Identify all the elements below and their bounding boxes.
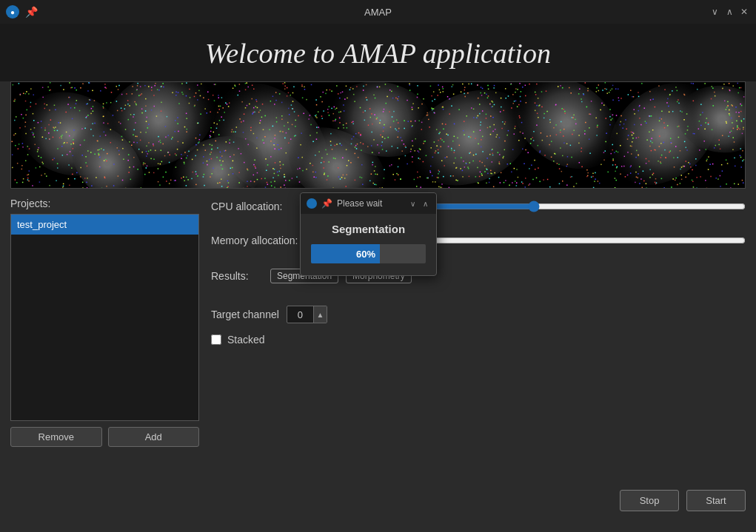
remove-button[interactable]: Remove bbox=[10, 427, 102, 447]
add-button[interactable]: Add bbox=[108, 427, 200, 447]
popup-titlebar: 📌 Please wait ∨ ∧ bbox=[301, 193, 436, 214]
projects-list[interactable]: test_project bbox=[10, 214, 199, 421]
results-label: Results: bbox=[211, 270, 263, 282]
maximize-button[interactable]: ∧ bbox=[723, 6, 735, 18]
banner-image bbox=[10, 81, 746, 189]
target-row: Target channel 0 ▲ bbox=[211, 306, 746, 323]
stop-button[interactable]: Stop bbox=[620, 490, 679, 511]
projects-label: Projects: bbox=[10, 198, 199, 209]
progress-label: 60% bbox=[356, 249, 375, 260]
results-row: Results: Segmentation Morphometry bbox=[211, 269, 746, 283]
popup-controls: ∨ ∧ bbox=[407, 198, 430, 209]
progress-bar-container: 60% bbox=[311, 244, 426, 263]
popup-content: Segmentation 60% bbox=[301, 214, 436, 275]
memory-row: Memory allocation: bbox=[211, 235, 746, 246]
app-icon: ● bbox=[6, 5, 19, 18]
projects-panel: Projects: test_project Remove Add bbox=[10, 198, 199, 447]
popup-heading: Segmentation bbox=[311, 223, 426, 235]
popup: 📌 Please wait ∨ ∧ Segmentation 60% bbox=[300, 192, 437, 276]
close-button[interactable]: ✕ bbox=[738, 6, 750, 18]
target-label: Target channel bbox=[211, 309, 279, 320]
progress-bar: 60% bbox=[311, 244, 380, 263]
spinner-up-button[interactable]: ▲ bbox=[313, 306, 327, 323]
projects-buttons: Remove Add bbox=[10, 427, 199, 447]
target-spinner: 0 ▲ bbox=[287, 306, 327, 323]
popup-app-icon bbox=[307, 198, 317, 209]
popup-minimize-button[interactable]: ∨ bbox=[407, 198, 418, 209]
project-item[interactable]: test_project bbox=[11, 215, 198, 235]
minimize-button[interactable]: ∨ bbox=[709, 6, 720, 18]
bottom-buttons: Stop Start bbox=[620, 490, 746, 511]
pin-icon[interactable]: 📌 bbox=[25, 6, 38, 18]
welcome-header: Welcome to AMAP application bbox=[0, 24, 756, 81]
titlebar: ● 📌 AMAP ∨ ∧ ✕ bbox=[0, 0, 756, 24]
titlebar-left: ● 📌 bbox=[6, 5, 38, 18]
window-controls: ∨ ∧ ✕ bbox=[709, 6, 750, 18]
banner-canvas bbox=[11, 82, 745, 188]
stacked-label: Stacked bbox=[227, 334, 265, 346]
stacked-checkbox[interactable] bbox=[211, 334, 221, 345]
cpu-label: CPU allocation: bbox=[211, 201, 315, 212]
settings-panel: CPU allocation: Memory allocation: Resul… bbox=[211, 198, 746, 447]
cpu-row: CPU allocation: bbox=[211, 201, 746, 212]
popup-pin-icon[interactable]: 📌 bbox=[321, 198, 332, 209]
stacked-row: Stacked bbox=[211, 334, 746, 346]
window-title: AMAP bbox=[364, 7, 392, 18]
popup-overlay: 📌 Please wait ∨ ∧ Segmentation 60% bbox=[300, 192, 437, 276]
target-value-input[interactable]: 0 bbox=[287, 309, 313, 320]
popup-maximize-button[interactable]: ∧ bbox=[420, 198, 430, 209]
memory-label: Memory allocation: bbox=[211, 235, 315, 246]
welcome-heading: Welcome to AMAP application bbox=[0, 37, 756, 70]
start-button[interactable]: Start bbox=[686, 490, 746, 511]
popup-title: Please wait bbox=[337, 198, 403, 209]
